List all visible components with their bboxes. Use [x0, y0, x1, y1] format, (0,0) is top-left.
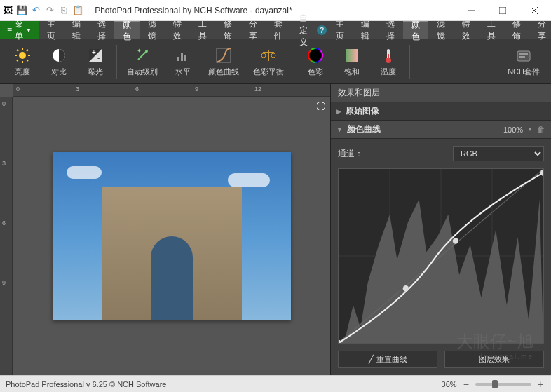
layer-original[interactable]: ▶ 原始图像 [331, 102, 551, 121]
tool-label: 对比 [51, 67, 67, 77]
redo-icon[interactable]: ↷ [43, 4, 56, 17]
hamburger-icon: ≡ [7, 25, 12, 35]
tool-label: 饱和 [344, 67, 360, 77]
toolbar-separator [294, 45, 294, 79]
saturation-icon [342, 46, 362, 65]
tool-label: 颜色曲线 [208, 67, 239, 77]
dropdown-icon: ▼ [26, 27, 32, 34]
layer-opacity[interactable]: 100% [503, 126, 523, 134]
menu-item[interactable]: 自定义 [291, 21, 316, 39]
ruler-tick: 3 [76, 86, 79, 93]
tool-label: 水平 [175, 67, 191, 77]
maximize-button[interactable] [487, 1, 518, 20]
vertical-ruler: 0369 [0, 97, 13, 375]
canvas-viewport[interactable]: ⛶ [13, 97, 330, 375]
svg-text:-: - [97, 54, 100, 62]
tool-label: 亮度 [15, 67, 30, 77]
channel-row: 通道： RGB [338, 146, 544, 161]
close-button[interactable] [518, 1, 550, 20]
fullscreen-icon[interactable]: ⛶ [313, 100, 327, 114]
zoom-in-button[interactable]: + [536, 379, 545, 390]
copy-icon[interactable]: ⎘ [57, 4, 70, 17]
image-canvas[interactable] [53, 152, 291, 320]
menu-item[interactable]: 滤镜 [140, 21, 165, 39]
quick-access-toolbar: 🖼 💾 ↶ ↷ ⎘ 📋 | [1, 4, 90, 17]
svg-point-47 [403, 285, 409, 292]
svg-line-13 [17, 60, 18, 61]
tool-hue[interactable]: 色彩 [297, 41, 334, 82]
svg-rect-25 [217, 48, 231, 62]
menu-item-2[interactable]: 选择 [378, 21, 403, 39]
tool-label: 色彩 [308, 67, 323, 77]
menu-item[interactable]: 工具 [190, 21, 215, 39]
menu-item-1[interactable]: 编辑 [353, 21, 378, 39]
tool-contrast[interactable]: 对比 [41, 41, 77, 82]
svg-point-29 [271, 53, 276, 58]
menu-item[interactable]: 编辑 [64, 21, 89, 39]
balance-icon [259, 46, 278, 65]
svg-rect-23 [181, 53, 183, 61]
help-button[interactable]: ? [316, 21, 327, 39]
zoom-slider[interactable] [475, 383, 531, 386]
preview-label: 图层效果 [479, 354, 510, 365]
menu-item[interactable]: 主页 [39, 21, 64, 39]
menu-item-8[interactable]: 分享 [529, 21, 551, 39]
statusbar: PhotoPad Professional v 6.25 © NCH Softw… [0, 375, 551, 392]
zoom-controls: 36% − + [442, 379, 545, 390]
tool-curves[interactable]: 颜色曲线 [201, 41, 246, 82]
undo-icon[interactable]: ↶ [29, 4, 42, 17]
tool-levels[interactable]: 水平 [165, 41, 201, 82]
save-icon[interactable]: 💾 [15, 4, 28, 17]
main-menu-button[interactable]: ≡ 菜单 ▼ [0, 21, 39, 39]
menu-item-0[interactable]: 主页 [327, 21, 353, 39]
tool-exposure[interactable]: +-曝光 [77, 41, 114, 82]
layer-label: 颜色曲线 [347, 123, 499, 135]
svg-point-48 [453, 238, 458, 244]
app-icon: 🖼 [1, 4, 14, 17]
menu-item[interactable]: 特效 [165, 21, 190, 39]
channel-label: 通道： [338, 148, 363, 160]
reset-curve-button[interactable]: ╱ 重置曲线 [338, 351, 437, 368]
menu-item[interactable]: 颜色 [114, 21, 140, 39]
menu-item[interactable]: 选择 [89, 21, 114, 39]
exposure-icon: +- [86, 46, 105, 65]
menu-item[interactable]: 修饰 [215, 21, 240, 39]
tool-label: 温度 [381, 67, 396, 77]
toolbar-separator [116, 45, 117, 79]
sun-icon [13, 46, 32, 65]
svg-point-31 [309, 49, 322, 62]
tool-saturation[interactable]: 饱和 [334, 41, 370, 82]
menu-item-5[interactable]: 特效 [454, 21, 479, 39]
layer-curves[interactable]: ▼ 颜色曲线 100% ▼ 🗑 [331, 121, 551, 139]
layer-effect-button[interactable]: 图层效果 [444, 351, 544, 368]
menu-item-7[interactable]: 修饰 [504, 21, 529, 39]
tool-balance[interactable]: 色彩平衡 [246, 41, 291, 82]
tool-suite[interactable]: NCH套件 [501, 41, 547, 82]
svg-rect-1 [499, 7, 506, 14]
channel-select[interactable]: RGB [453, 146, 544, 161]
paste-icon[interactable]: 📋 [72, 4, 84, 17]
tool-wand[interactable]: ✦自动级别 [120, 41, 165, 82]
menu-item[interactable]: 套件 [266, 21, 291, 39]
window-title: PhotoPad Professional by NCH Software - … [90, 6, 455, 15]
menu-item-3[interactable]: 颜色 [403, 21, 428, 39]
opacity-dropdown-icon[interactable]: ▼ [527, 126, 533, 133]
tool-sun[interactable]: 亮度 [4, 41, 41, 82]
zoom-thumb[interactable] [492, 380, 498, 388]
zoom-out-button[interactable]: − [461, 379, 471, 390]
tool-thermometer[interactable]: 温度 [370, 41, 407, 82]
line-icon: ╱ [369, 355, 374, 364]
hue-icon [306, 46, 325, 65]
svg-rect-38 [519, 56, 525, 58]
minimize-button[interactable] [455, 1, 487, 20]
menubar: ≡ 菜单 ▼ 主页编辑选择颜色滤镜特效工具修饰分享套件自定义 ? 主页编辑选择颜… [0, 21, 551, 39]
menu-item[interactable]: 分享 [240, 21, 266, 39]
menu-item-4[interactable]: 滤镜 [428, 21, 454, 39]
svg-point-20 [145, 50, 148, 53]
window-controls [455, 1, 550, 20]
menu-item-6[interactable]: 工具 [479, 21, 504, 39]
curve-graph[interactable] [338, 168, 544, 344]
ruler-tick: 9 [195, 86, 198, 93]
delete-layer-icon[interactable]: 🗑 [537, 125, 545, 135]
suite-icon [514, 46, 533, 65]
